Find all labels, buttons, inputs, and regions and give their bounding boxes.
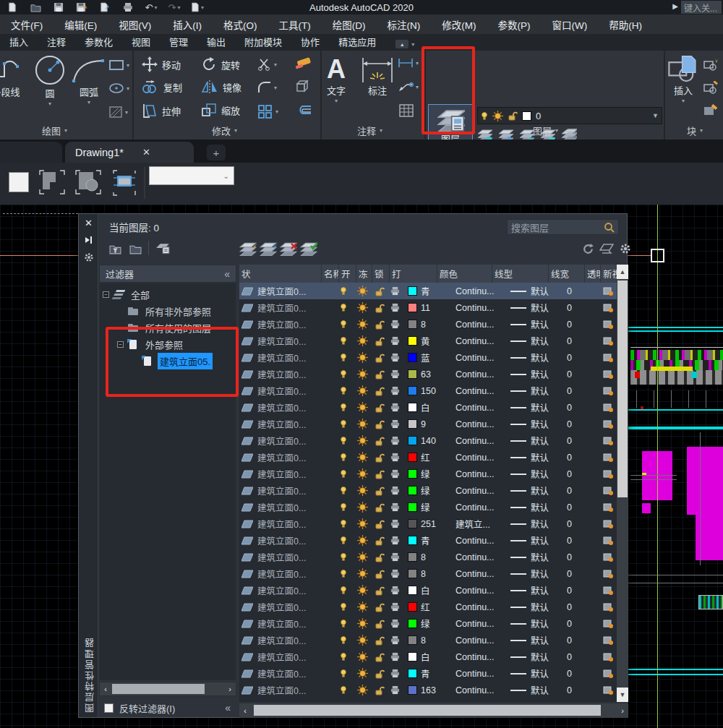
scroll-right-icon[interactable]: › xyxy=(617,706,628,715)
trim-tool[interactable]: ▾ xyxy=(257,58,277,71)
column-header[interactable]: 冻 xyxy=(356,265,372,283)
layer-transparency[interactable]: 0 xyxy=(565,303,601,313)
layer-viewport-icon[interactable] xyxy=(601,320,617,330)
layer-lineweight[interactable]: 默认 xyxy=(508,284,565,298)
color-swatch[interactable] xyxy=(408,552,417,562)
ribbon-tab[interactable]: 参数化 xyxy=(75,33,122,51)
layer-transparency[interactable]: 0 xyxy=(565,586,601,596)
polyline-button[interactable]: 多段线 xyxy=(0,55,22,98)
new-layer-icon[interactable] xyxy=(239,240,257,257)
create-block-tool[interactable] xyxy=(703,58,719,71)
leader-tool[interactable]: ▾ xyxy=(398,81,419,93)
layer-viewport-icon[interactable] xyxy=(601,536,617,546)
scroll-down-icon[interactable]: ▼ xyxy=(617,688,628,702)
tree-expander-icon[interactable]: − xyxy=(117,341,124,348)
layer-transparency[interactable]: 0 xyxy=(565,469,601,479)
layer-name[interactable]: 建筑立面0... xyxy=(255,484,338,497)
layer-viewport-icon[interactable] xyxy=(601,353,617,363)
menu-item[interactable]: 文件(F) xyxy=(0,14,54,34)
layer-freeze-toggle[interactable] xyxy=(355,335,372,346)
layer-color-cell[interactable]: 9 xyxy=(406,419,453,429)
layer-plot-toggle[interactable] xyxy=(388,635,406,645)
layer-name[interactable]: 建筑立面0... xyxy=(255,351,338,364)
layer-linetype[interactable]: Continu... xyxy=(453,586,508,596)
layer-combobox[interactable]: 0 ▼ xyxy=(477,107,662,124)
menu-item[interactable]: 编辑(E) xyxy=(54,14,108,34)
layer-transparency[interactable]: 0 xyxy=(565,502,601,513)
menu-item[interactable]: 插入(I) xyxy=(162,14,213,34)
menu-item[interactable]: 绘图(D) xyxy=(322,14,377,34)
layer-linetype[interactable]: Continu... xyxy=(453,386,508,396)
layer-row[interactable]: 建筑立面0... 251 建筑立... 默认 0 xyxy=(239,515,617,532)
offset-tool[interactable] xyxy=(295,103,312,117)
active-drawing-tab[interactable]: Drawing1* ✕ xyxy=(65,142,194,163)
layer-color-cell[interactable]: 8 xyxy=(406,552,453,562)
ribbon-tab[interactable]: 视图 xyxy=(122,33,160,51)
menu-item[interactable]: 格式(O) xyxy=(213,14,268,34)
gear-icon[interactable] xyxy=(617,240,634,257)
color-swatch[interactable] xyxy=(408,502,417,512)
layer-row[interactable]: 建筑立面0... 白 Continu... 默认 0 xyxy=(239,399,617,416)
layer-lock-toggle[interactable] xyxy=(372,552,388,562)
ribbon-tab[interactable]: 管理 xyxy=(160,33,197,51)
color-swatch[interactable] xyxy=(408,419,417,429)
layer-name[interactable]: 建筑立面0... xyxy=(255,284,338,298)
layer-on-toggle[interactable] xyxy=(338,403,355,412)
menu-item[interactable]: 窗口(W) xyxy=(542,14,599,34)
layer-name[interactable]: 建筑立面0... xyxy=(255,617,338,630)
layer-transparency[interactable]: 0 xyxy=(565,536,601,546)
layer-on-toggle[interactable] xyxy=(338,586,355,595)
layer-name[interactable]: 建筑立面0... xyxy=(255,683,338,697)
layer-color-cell[interactable]: 绿 xyxy=(406,467,453,481)
layer-on-toggle[interactable] xyxy=(338,469,355,479)
color-swatch[interactable] xyxy=(408,569,417,578)
layer-on-toggle[interactable] xyxy=(338,669,355,678)
layer-transparency[interactable]: 0 xyxy=(565,453,601,463)
layer-row[interactable]: 建筑立面0... 白 Continu... 默认 0 xyxy=(239,582,617,599)
layer-transparency[interactable]: 0 xyxy=(565,619,601,629)
layer-lineweight[interactable]: 默认 xyxy=(508,384,565,398)
invert-filter-checkbox[interactable] xyxy=(104,703,114,713)
palette-autohide-icon[interactable] xyxy=(79,231,98,249)
color-swatch[interactable] xyxy=(408,303,417,312)
layer-row[interactable]: 建筑立面0... 140 Continu... 默认 0 xyxy=(239,432,617,449)
layer-plot-toggle[interactable] xyxy=(388,586,406,595)
layer-color-cell[interactable]: 8 xyxy=(406,320,453,330)
close-tab-icon[interactable]: ✕ xyxy=(142,147,150,158)
layer-lineweight[interactable]: 默认 xyxy=(508,351,565,364)
layer-lineweight[interactable]: 默认 xyxy=(508,450,565,464)
color-swatch[interactable] xyxy=(408,436,417,445)
refresh-icon[interactable] xyxy=(579,240,596,257)
layer-viewport-icon[interactable] xyxy=(601,453,617,463)
layer-lineweight[interactable]: 默认 xyxy=(508,434,565,447)
color-swatch[interactable] xyxy=(408,286,417,296)
layer-lock-toggle[interactable] xyxy=(372,619,388,629)
layer-row[interactable]: 建筑立面0... 青 Continu... 默认 0 xyxy=(239,665,617,682)
ribbon-tab[interactable]: 协作 xyxy=(291,33,329,51)
mirror-button[interactable]: 镜像 xyxy=(201,80,241,94)
layer-color-cell[interactable]: 150 xyxy=(406,386,453,396)
layer-name[interactable]: 建筑立面0... xyxy=(255,467,338,481)
layer-color-cell[interactable]: 绿 xyxy=(406,484,453,497)
layer-linetype[interactable]: Continu... xyxy=(453,652,508,662)
layer-linetype[interactable]: Continu... xyxy=(453,552,508,562)
layer-lock-toggle[interactable] xyxy=(372,436,388,446)
layer-transparency[interactable]: 0 xyxy=(565,519,601,529)
layer-lock-toggle[interactable] xyxy=(372,635,388,646)
layer-lineweight[interactable]: 默认 xyxy=(508,667,565,680)
layer-plot-toggle[interactable] xyxy=(388,286,406,296)
layer-linetype[interactable]: Continu... xyxy=(453,436,508,446)
filter-tree-item[interactable]: − 所有非外部参照 xyxy=(100,303,236,320)
ribbon-tab[interactable]: 附加模块 xyxy=(235,33,291,51)
viewport-icon-button[interactable] xyxy=(110,166,139,198)
layer-freeze-toggle[interactable] xyxy=(355,568,372,579)
layer-linetype[interactable]: Continu... xyxy=(453,469,508,479)
layer-row[interactable]: 建筑立面0... 绿 Continu... 默认 0 xyxy=(239,499,617,515)
layer-plot-toggle[interactable] xyxy=(388,669,406,678)
layer-lineweight[interactable]: 默认 xyxy=(508,484,565,497)
layer-lock-toggle[interactable] xyxy=(372,386,388,396)
menu-item[interactable]: 参数(P) xyxy=(487,14,542,34)
layer-transparency[interactable]: 0 xyxy=(565,369,601,380)
layer-lineweight[interactable]: 默认 xyxy=(508,334,565,348)
layer-row[interactable]: 建筑立面0... 白 Continu... 默认 0 xyxy=(239,648,617,665)
